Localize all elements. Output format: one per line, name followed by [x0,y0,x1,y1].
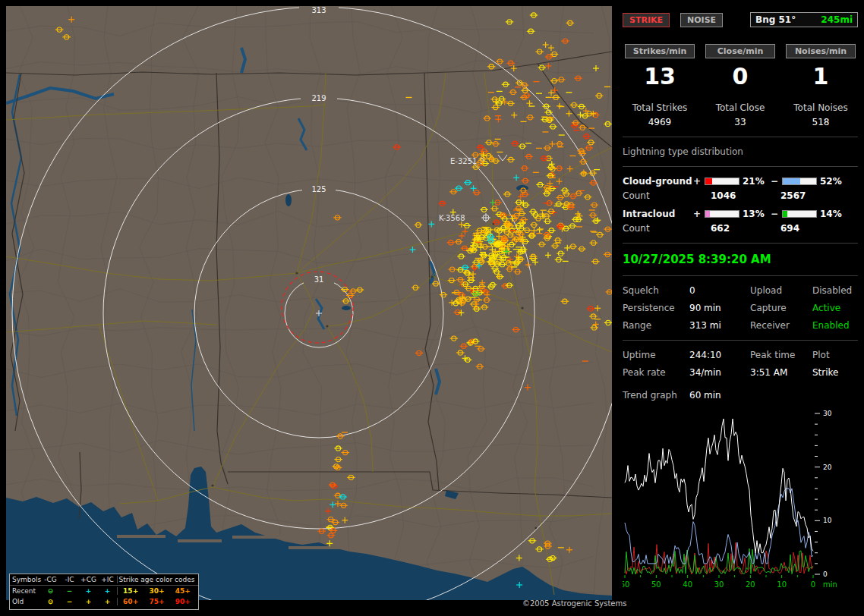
x-axis-label: 10 [777,580,787,589]
legend-col-pos-cg: +CG [79,576,98,583]
session-stats: Uptime 244:10 Peak time Plot Peak rate 3… [623,350,858,378]
plot-label: Plot [812,350,858,360]
legend-header: Symbols -CG -IC +CG +IC Strike age color… [10,574,198,586]
peak-time-label: Peak time [750,350,812,360]
cg-pos-bar [705,178,739,185]
legend-strike-symbol-icon: ⊖ [41,598,60,605]
distribution-title: Lightning type distribution [623,146,858,157]
trend-header: Trend graph 60 min [623,390,858,401]
legend-row-label: Old [12,598,41,605]
ic-pos-percent: 13% [743,209,768,219]
legend-age-code: 60+ [118,598,143,605]
x-axis-label: 20 [746,580,755,589]
count-label: Count [623,223,711,234]
cg-neg-count: 2567 [780,190,806,201]
cg-neg-bar [782,178,817,185]
cloud-ground-label: Cloud-ground [623,176,692,187]
legend-age-codes: 60+75+90+ [117,598,196,605]
plot-mode-value: Strike [812,367,858,378]
y-axis-label: 20 [823,464,832,471]
upload-status: Disabled [812,285,858,296]
legend-strike-symbol-icon: + [98,587,117,595]
noise-mode-button[interactable]: NOISE [680,13,723,27]
ic-neg-percent: 14% [820,209,846,219]
total-strikes-value: 4969 [648,117,672,127]
cloud-ground-row: Cloud-ground + 21% − 52% [623,176,858,187]
strikes-rate-column: Strikes/min 13 Total Strikes 4969 [623,44,697,127]
strike-map[interactable]: 313 219 125 31 E-3251 9 K-3568 [6,6,612,600]
trend-graph: 30201006050403020100min [623,410,852,592]
legend-col-pos-ic: +IC [98,576,117,583]
plus-sign: + [692,209,702,219]
persistence-label: Persistence [623,303,689,313]
close-rate-column: Close/min 0 Total Close 33 [703,44,777,127]
strike-mode-button[interactable]: STRIKE [623,13,670,27]
intracloud-row: Intracloud + 13% − 14% [623,209,858,219]
ic-neg-count: 694 [780,223,799,234]
cg-pos-percent: 21% [743,176,768,187]
map-canvas[interactable]: 313 219 125 31 E-3251 9 K-3568 [6,6,612,600]
legend-age-codes: 15+30+45+ [117,587,196,595]
trend-series-noise [625,542,813,574]
uptime-value: 244:10 [689,350,750,360]
ring-label-313: 313 [311,6,326,14]
trend-window-value: 60 min [689,390,721,401]
ring-label-31: 31 [314,275,324,284]
legend-strike-symbol-icon: + [79,587,98,595]
trend-graph-label: Trend graph [623,390,689,401]
receiver-status: Enabled [812,320,858,331]
divider [623,340,858,341]
ring-label-219: 219 [311,94,326,102]
noises-per-min-button[interactable]: Noises/min [786,44,856,58]
legend-col-neg-ic: -IC [60,576,79,583]
uptime-label: Uptime [623,350,689,360]
legend-age-code: 45+ [170,587,196,595]
copyright-text: ©2005 Astrogenic Systems [522,599,626,608]
trend-series-close [625,548,813,574]
noises-rate-column: Noises/min 1 Total Noises 518 [784,44,858,127]
legend-symbols-title: Symbols [12,576,41,583]
ring-label-125: 125 [311,185,326,193]
divider [623,275,858,276]
app-window: 313 219 125 31 E-3251 9 K-3568 [0,0,864,616]
sidebar: STRIKE NOISE Bng 51° 245mi Strikes/min 1… [616,6,864,610]
cg-pos-bar-fill [705,178,712,184]
upload-label: Upload [750,285,812,296]
strikes-per-min-button[interactable]: Strikes/min [625,44,695,58]
minus-sign: − [770,176,779,187]
legend-strike-symbol-icon: + [98,598,117,605]
legend-age-code: 90+ [170,598,196,605]
x-axis-label: 60 [623,580,629,589]
ic-pos-bar-fill [705,211,710,217]
legend-row: Recent⊖−++15+30+45+ [10,586,198,596]
total-noises-label: Total Noises [793,102,847,113]
ic-pos-count: 662 [711,223,780,234]
close-per-min-button[interactable]: Close/min [705,44,775,58]
ic-pos-bar [705,210,739,218]
legend-age-code: 30+ [143,587,169,595]
peak-rate-label: Peak rate [623,367,689,378]
bearing-range-value: 245mi [821,14,853,25]
squelch-label: Squelch [623,285,689,296]
count-label: Count [623,190,711,201]
legend-strike-symbol-icon: − [60,598,79,605]
mode-toolbar: STRIKE NOISE Bng 51° 245mi [623,12,858,27]
total-close-label: Total Close [716,102,765,113]
noises-per-min-value: 1 [813,58,829,92]
strikes-per-min-value: 13 [644,58,676,92]
legend-col-neg-cg: -CG [41,576,60,583]
x-axis-label: 30 [714,580,724,589]
divider [623,137,858,137]
cg-neg-bar-fill [783,178,800,184]
capture-status: Active [812,303,858,313]
trend-series-strike [625,419,813,553]
storm-cell-label: K-3568 [439,214,465,222]
legend-strike-symbol-icon: + [79,598,98,605]
legend-strike-symbol-icon: ⊖ [41,587,60,595]
datetime: 10/27/2025 8:39:20 AM [623,253,858,266]
trend-series-cloud [625,489,813,564]
y-axis-label: 30 [823,410,832,417]
legend-rows: Recent⊖−++15+30+45+Old⊖−++60+75+90+ [10,586,198,607]
x-axis-label: 0 [811,580,815,589]
rate-panels: Strikes/min 13 Total Strikes 4969 Close/… [623,44,858,127]
